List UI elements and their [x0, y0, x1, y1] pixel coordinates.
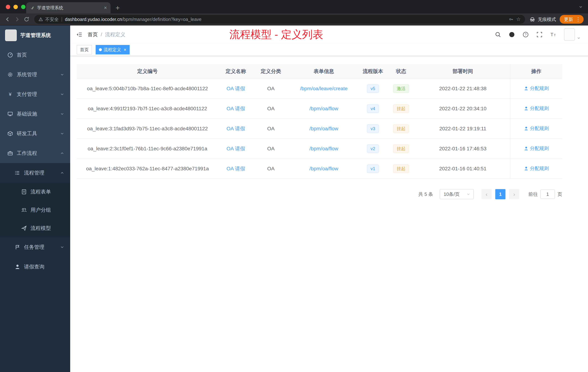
avatar[interactable]	[564, 28, 575, 41]
user-icon	[524, 126, 529, 131]
assign-rule-link[interactable]: 分配规则	[524, 125, 549, 131]
status-tag: 挂起	[393, 144, 409, 153]
form-link[interactable]: /bpm/oa/leave/create	[300, 86, 348, 91]
form-link[interactable]: /bpm/oa/flow	[309, 166, 338, 171]
sidebar-item-process-form[interactable]: 流程表单	[0, 183, 70, 201]
address-bar[interactable]: 不安全 dashboard.yudao.iocoder.cn/bpm/manag…	[34, 15, 525, 24]
sidebar-item-task-management[interactable]: 任务管理	[0, 237, 70, 257]
caret-down-icon	[577, 36, 581, 40]
dashboard-icon	[7, 52, 13, 58]
sidebar-item-leave-query[interactable]: 请假查询	[0, 257, 70, 277]
assign-rule-link[interactable]: 分配规则	[524, 85, 549, 92]
sidebar-item-payment[interactable]: 支付管理	[0, 85, 70, 104]
sidebar-item-home[interactable]: 首页	[0, 45, 70, 65]
incognito-badge: 无痕模式	[529, 16, 556, 22]
user-icon	[15, 264, 20, 270]
version-tag: v1	[367, 164, 379, 173]
sidebar-item-workflow[interactable]: 工作流程	[0, 143, 70, 163]
definition-name-link[interactable]: OA 请假	[227, 106, 245, 111]
forward-button[interactable]	[12, 15, 22, 24]
chevron-down-icon	[60, 245, 64, 249]
goto-page-input[interactable]	[540, 189, 555, 199]
sidebar-item-system[interactable]: 系统管理	[0, 65, 70, 85]
tag-close-icon[interactable]: ×	[124, 47, 126, 52]
sidebar-item-label: 流程管理	[24, 169, 44, 176]
new-tab-button[interactable]: +	[116, 4, 120, 11]
sidebar-item-label: 流程表单	[31, 188, 51, 195]
search-icon[interactable]	[495, 32, 501, 38]
form-link[interactable]: /bpm/oa/flow	[309, 126, 338, 131]
cell-definition-id: oa_leave:1:482ec033-762a-11ec-8477-a2380…	[77, 159, 218, 179]
cell-category: OA	[253, 159, 288, 179]
pagination-total: 共 5 条	[418, 191, 433, 197]
sidebar-item-process-model[interactable]: 流程模型	[0, 219, 70, 237]
security-chip[interactable]: 不安全	[39, 16, 59, 22]
col-definition-id: 定义编号	[77, 64, 218, 79]
page-size-select[interactable]: 10条/页	[440, 189, 474, 199]
chevron-down-icon	[60, 72, 64, 77]
workflow-submenu: 流程管理 流程表单 用户分组 流程模型 任务管理	[0, 163, 70, 372]
version-tag: v2	[367, 144, 379, 153]
tab-close-icon[interactable]: ×	[104, 5, 107, 10]
sidebar-logo: 芋道管理系统	[0, 25, 70, 45]
browser-window: 芋道管理系统 × + 不安全 dashboard.yudao.iocoder.c…	[0, 0, 588, 372]
definition-name-link[interactable]: OA 请假	[227, 146, 245, 152]
cell-category: OA	[253, 79, 288, 99]
definition-name-link[interactable]: OA 请假	[227, 126, 245, 131]
question-icon[interactable]	[523, 32, 529, 38]
users-icon	[21, 207, 27, 213]
assign-rule-label: 分配规则	[530, 125, 549, 131]
font-size-icon[interactable]	[550, 32, 556, 38]
cell-deploy-time: 2022-01-22 19:19:11	[416, 119, 510, 139]
assign-rule-link[interactable]: 分配规则	[524, 165, 549, 172]
close-window-button[interactable]	[6, 5, 10, 9]
cell-deploy-time: 2022-01-22 21:48:38	[416, 79, 510, 99]
page-number-1[interactable]: 1	[495, 189, 505, 199]
password-key-icon[interactable]	[509, 17, 513, 22]
cell-definition-id: oa_leave:3:1fad3d93-7b75-11ec-a3c8-acde4…	[77, 119, 218, 139]
chevron-down-icon	[60, 131, 64, 136]
col-status: 状态	[387, 64, 416, 79]
minimize-window-button[interactable]	[13, 5, 18, 9]
user-menu[interactable]	[564, 28, 581, 41]
active-tag-dot	[99, 48, 102, 51]
status-tag: 挂起	[393, 124, 409, 133]
col-process-version: 流程版本	[359, 64, 387, 79]
assign-rule-link[interactable]: 分配规则	[524, 105, 549, 111]
cell-category: OA	[253, 99, 288, 119]
browser-tab[interactable]: 芋道管理系统 ×	[26, 2, 111, 13]
tag-home[interactable]: 首页	[77, 45, 92, 55]
page-unit-label: 页	[557, 191, 562, 197]
prev-page-button[interactable]: ‹	[482, 189, 492, 199]
user-icon	[524, 166, 529, 171]
security-label: 不安全	[45, 16, 59, 22]
sidebar-item-infrastructure[interactable]: 基础设施	[0, 104, 70, 124]
definition-name-link[interactable]: OA 请假	[227, 166, 245, 171]
tab-search-icon[interactable]	[578, 5, 583, 9]
cell-definition-id: oa_leave:2:3c1f0ef1-76b1-11ec-9c66-a2380…	[77, 139, 218, 159]
bookmark-star-icon[interactable]: ☆	[516, 17, 521, 22]
fullscreen-icon[interactable]	[536, 32, 543, 38]
github-icon[interactable]	[509, 32, 515, 38]
incognito-icon	[529, 16, 535, 22]
table-row: oa_leave:3:1fad3d93-7b75-11ec-a3c8-acde4…	[77, 119, 562, 139]
back-button[interactable]	[3, 15, 12, 24]
user-icon	[524, 106, 529, 111]
sidebar-item-process-management[interactable]: 流程管理	[0, 163, 70, 183]
breadcrumb-home[interactable]: 首页	[88, 31, 98, 38]
update-button[interactable]: 更新 ⋮	[560, 15, 584, 24]
form-link[interactable]: /bpm/oa/flow	[309, 146, 338, 152]
next-page-button[interactable]: ›	[509, 189, 519, 199]
sidebar-fold-icon[interactable]	[76, 31, 83, 38]
tag-process-definition[interactable]: 流程定义 ×	[96, 45, 130, 55]
maximize-window-button[interactable]	[21, 5, 25, 9]
browser-menu-icon[interactable]: ⋮	[576, 17, 581, 22]
form-link[interactable]: /bpm/oa/flow	[309, 106, 338, 111]
assign-rule-link[interactable]: 分配规则	[524, 145, 549, 152]
sidebar-item-devtools[interactable]: 研发工具	[0, 124, 70, 143]
reload-button[interactable]	[22, 15, 31, 24]
sidebar-item-user-group[interactable]: 用户分组	[0, 201, 70, 219]
definition-name-link[interactable]: OA 请假	[227, 86, 245, 91]
page-annotation: 流程模型 - 定义列表	[230, 27, 323, 42]
chevron-up-icon	[60, 151, 64, 155]
